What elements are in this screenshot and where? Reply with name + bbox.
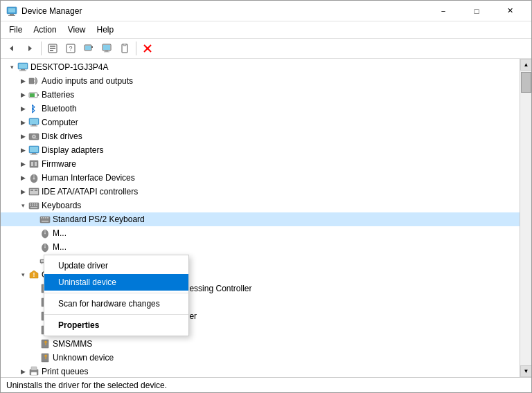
ctx-scan-changes[interactable]: Scan for hardware changes [44,295,188,312]
bluetooth-expand[interactable]: ▶ [17,103,28,114]
svg-rect-30 [30,93,35,97]
print-queues-item[interactable]: ▶ Print queues [1,365,520,377]
unknown-expand [28,352,39,363]
ctx-sep-2 [44,314,188,315]
ctx-properties[interactable]: Properties [44,317,188,333]
svg-rect-86 [42,354,48,362]
svg-rect-65 [41,217,42,219]
batteries-item[interactable]: ▶ Batteries [1,88,520,102]
keyboards-expand[interactable]: ▾ [17,200,28,211]
keyboards-item[interactable]: ▾ Keyboards [1,199,520,212]
window-title: Device Manager [21,6,427,16]
firmware-item[interactable]: ▶ Firmware [1,157,520,171]
unknown-item[interactable]: Unknown device [1,351,520,365]
hid-item[interactable]: ▶ Human Interface Devices [1,171,520,185]
firmware-expand[interactable]: ▶ [17,158,28,170]
firmware-label: Firmware [42,159,76,169]
disk-icon [28,131,39,142]
sms-expand [28,338,39,349]
ctx-update-driver[interactable]: Update driver [44,257,188,274]
svg-rect-67 [45,217,46,219]
svg-rect-60 [32,205,33,207]
toolbar-sep-2 [136,42,136,55]
display-icon [28,145,39,156]
menu-action[interactable]: Action [28,23,62,37]
svg-rect-58 [36,203,37,205]
pci-device-expand [28,297,39,308]
scroll-up-button[interactable]: ▲ [520,59,531,71]
svg-rect-25 [21,69,25,71]
computer-item-label: Computer [42,118,78,127]
monitor-button[interactable] [98,41,115,56]
other-expand[interactable]: ▾ [17,269,28,280]
svg-rect-18 [104,52,109,53]
firmware-icon [28,158,39,170]
forward-button[interactable] [21,41,38,56]
root-expand-arrow[interactable]: ▾ [6,62,17,73]
svg-point-38 [33,136,35,138]
mouse2-label: M... [53,242,66,252]
maximize-button[interactable]: □ [461,3,493,19]
scan-button[interactable] [80,41,97,56]
vertical-scrollbar[interactable]: ▲ ▼ [520,59,531,377]
svg-rect-29 [37,94,39,96]
hid-expand[interactable]: ▶ [17,172,28,183]
print-expand[interactable]: ▶ [17,366,28,377]
keyboards-label: Keyboards [42,201,81,210]
pci-data-expand [28,283,39,294]
bluetooth-item[interactable]: ▶ ᛒ Bluetooth [1,102,520,116]
update-driver-button[interactable]: ? [62,41,79,56]
ide-expand[interactable]: ▶ [17,186,28,197]
mouse1-expand [28,228,39,239]
computer-item-icon [28,117,39,128]
audio-expand[interactable]: ▶ [17,75,28,86]
mouse2-icon [39,241,51,253]
close-button[interactable]: ✕ [494,3,526,19]
svg-rect-61 [34,205,35,207]
svg-rect-52 [30,190,33,191]
display-adapters-item[interactable]: ▶ Display adapters [1,143,520,157]
svg-rect-8 [50,48,55,49]
menu-view[interactable]: View [62,23,91,37]
clipboard-button[interactable] [116,41,133,56]
ps2-keyboard-item[interactable]: Standard PS/2 Keyboard [1,212,520,226]
svg-rect-27 [29,78,34,84]
computer-expand[interactable]: ▶ [17,117,28,128]
audio-item[interactable]: ▶ Audio inputs and outputs [1,74,520,88]
batteries-label: Batteries [42,90,74,100]
sms-item[interactable]: SMS/MMS [1,337,520,351]
scroll-track[interactable] [520,71,531,365]
delete-button[interactable] [139,41,156,56]
back-button[interactable] [3,41,20,56]
batteries-expand[interactable]: ▶ [17,89,28,100]
svg-rect-26 [19,71,26,71]
properties-button[interactable] [44,41,61,56]
mouse-item-2[interactable]: M... [1,240,520,254]
svg-rect-17 [105,51,108,52]
mouse-item-1[interactable]: M... [1,226,520,240]
ide-item[interactable]: ▶ IDE ATA/ATAPI controllers [1,185,520,199]
svg-rect-9 [50,50,53,51]
ctx-uninstall-device[interactable]: Uninstall device [44,274,188,291]
tree-root[interactable]: ▾ DESKTOP-1GJ3P4A [1,60,520,74]
status-text: Uninstalls the driver for the selected d… [6,381,167,390]
svg-rect-78 [42,263,42,264]
device-manager-window: Device Manager − □ ✕ File Action View He… [0,0,532,393]
svg-marker-5 [28,46,32,51]
computer-item[interactable]: ▶ Computer [1,116,520,129]
menu-file[interactable]: File [3,23,28,37]
status-bar: Uninstalls the driver for the selected d… [1,377,531,392]
device-tree[interactable]: ▾ DESKTOP-1GJ3P4A ▶ [1,59,520,377]
display-expand[interactable]: ▶ [17,145,28,156]
menu-help[interactable]: Help [91,23,120,37]
ps2-expand [28,214,39,225]
svg-rect-89 [31,372,37,375]
minimize-button[interactable]: − [427,3,459,19]
scroll-down-button[interactable]: ▼ [520,365,531,377]
ps2-icon [39,214,51,225]
svg-rect-46 [35,162,37,166]
scroll-thumb[interactable] [521,72,531,93]
svg-rect-16 [103,45,110,50]
disk-drives-item[interactable]: ▶ Disk drives [1,129,520,143]
disk-expand[interactable]: ▶ [17,131,28,142]
